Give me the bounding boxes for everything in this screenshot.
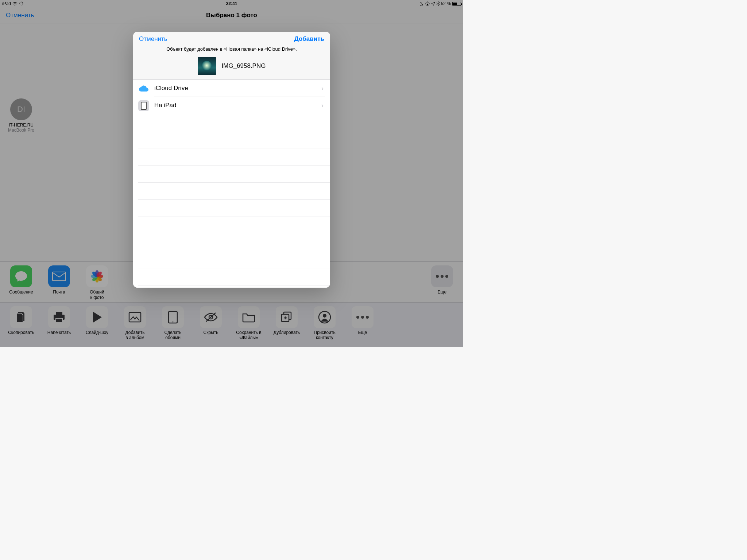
ipad-icon (138, 100, 149, 111)
cloud-icon (138, 83, 149, 94)
list-separator (138, 183, 330, 200)
modal-header: Отменить Добавить Объект будет добавлен … (133, 32, 330, 80)
list-separator (138, 251, 330, 268)
list-separator (138, 114, 330, 131)
modal-note: Объект будет добавлен в «Новая папка» на… (133, 46, 330, 55)
modal-add-button[interactable]: Добавить (294, 35, 324, 43)
row-on-ipad[interactable]: На iPad › (133, 97, 330, 114)
list-separator (138, 268, 330, 285)
list-separator (138, 148, 330, 166)
file-row: IMG_6958.PNG (133, 55, 330, 79)
file-name: IMG_6958.PNG (222, 62, 266, 70)
row-label: На iPad (154, 102, 321, 109)
file-thumbnail (198, 57, 216, 75)
modal-cancel-button[interactable]: Отменить (139, 35, 167, 43)
list-separator (138, 131, 330, 148)
chevron-right-icon: › (321, 85, 325, 92)
list-separator (138, 217, 330, 234)
list-separator (138, 166, 330, 183)
save-to-files-modal: Отменить Добавить Объект будет добавлен … (133, 32, 330, 288)
row-icloud-drive[interactable]: iCloud Drive › (133, 80, 330, 97)
list-separator (138, 234, 330, 251)
row-label: iCloud Drive (154, 85, 321, 92)
list-separator (138, 200, 330, 217)
location-list[interactable]: iCloud Drive › На iPad › (133, 80, 330, 288)
chevron-right-icon: › (321, 102, 325, 109)
